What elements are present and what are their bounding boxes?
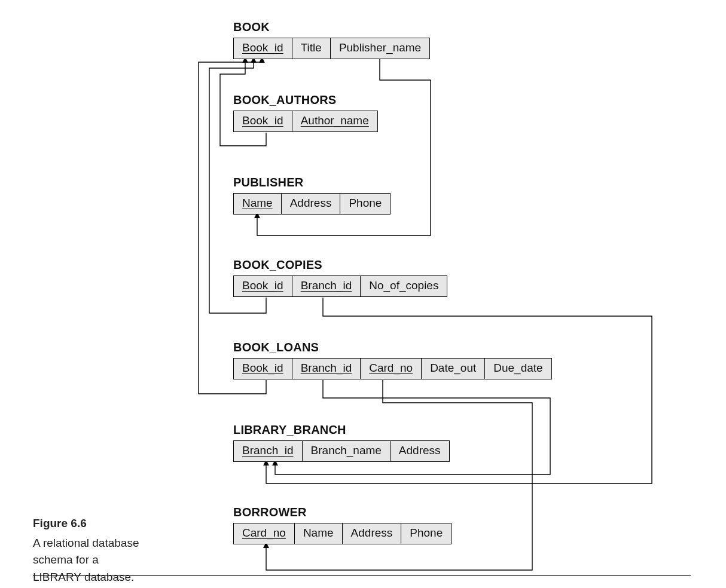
attribute-cell: Branch_name (303, 440, 391, 462)
entity-book_loans: BOOK_LOANSBook_idBranch_idCard_noDate_ou… (233, 341, 552, 379)
attribute-cell: Book_id (233, 38, 292, 59)
entity-book: BOOKBook_idTitlePublisher_name (233, 20, 430, 59)
entity-title: BOOK_AUTHORS (233, 93, 378, 107)
attribute-cell: Card_no (361, 358, 422, 379)
attribute-cell: Branch_id (292, 358, 361, 379)
entity-attributes: Card_noNameAddressPhone (233, 523, 452, 544)
entity-borrower: BORROWERCard_noNameAddressPhone (233, 506, 452, 544)
entity-book_copies: BOOK_COPIESBook_idBranch_idNo_of_copies (233, 258, 447, 297)
entity-attributes: NameAddressPhone (233, 193, 391, 215)
attribute-cell: Phone (401, 523, 452, 544)
attribute-cell: Name (295, 523, 343, 544)
entity-title: BOOK_LOANS (233, 341, 552, 354)
attribute-cell: Author_name (292, 111, 378, 132)
attribute-cell: Address (343, 523, 402, 544)
attribute-cell: Book_id (233, 275, 292, 297)
attribute-cell: Date_out (422, 358, 485, 379)
attribute-cell: Address (391, 440, 450, 462)
page: Figure 6.6 A relational database schema … (0, 0, 726, 588)
attribute-cell: Branch_id (233, 440, 303, 462)
attribute-cell: Card_no (233, 523, 295, 544)
entity-title: BORROWER (233, 506, 452, 519)
bottom-rule (33, 575, 691, 577)
entity-book_authors: BOOK_AUTHORSBook_idAuthor_name (233, 93, 378, 132)
attribute-cell: No_of_copies (361, 275, 447, 297)
figure-text-line: LIBRARY database. (33, 571, 134, 583)
attribute-cell: Book_id (233, 111, 292, 132)
attribute-cell: Phone (340, 193, 391, 215)
entity-attributes: Book_idBranch_idNo_of_copies (233, 275, 447, 297)
figure-text-line: schema for a (33, 553, 99, 566)
entity-title: BOOK (233, 20, 430, 34)
entity-library_branch: LIBRARY_BRANCHBranch_idBranch_nameAddres… (233, 423, 450, 462)
attribute-cell: Address (282, 193, 341, 215)
schema-diagram: BOOKBook_idTitlePublisher_nameBOOK_AUTHO… (233, 20, 694, 576)
attribute-cell: Branch_id (292, 275, 361, 297)
attribute-cell: Book_id (233, 358, 292, 379)
figure-text-line: A relational database (33, 537, 139, 549)
attribute-cell: Title (292, 38, 331, 59)
entity-title: PUBLISHER (233, 176, 391, 189)
entity-publisher: PUBLISHERNameAddressPhone (233, 176, 391, 215)
attribute-cell: Publisher_name (331, 38, 430, 59)
entity-title: BOOK_COPIES (233, 258, 447, 272)
attribute-cell: Due_date (485, 358, 551, 379)
figure-label: Figure 6.6 (33, 515, 188, 532)
attribute-cell: Name (233, 193, 282, 215)
entity-attributes: Book_idAuthor_name (233, 111, 378, 132)
entity-attributes: Book_idBranch_idCard_noDate_outDue_date (233, 358, 552, 379)
entity-title: LIBRARY_BRANCH (233, 423, 450, 437)
entity-attributes: Book_idTitlePublisher_name (233, 38, 430, 59)
entity-attributes: Branch_idBranch_nameAddress (233, 440, 450, 462)
